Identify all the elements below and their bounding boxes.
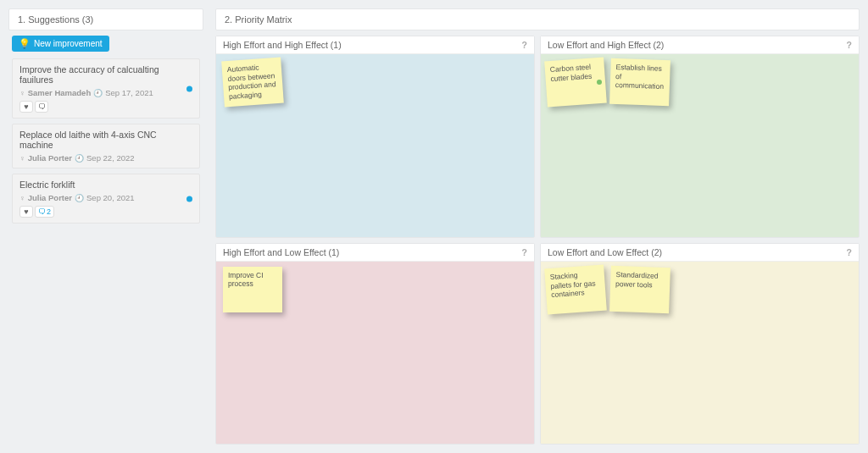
- clock-icon: 🕘: [75, 194, 84, 202]
- sticky-text: Standardized power tools: [615, 270, 659, 289]
- quadrant-low-effort-high-effect[interactable]: Low Effort and High Effect (2) ? Carbon …: [540, 36, 860, 238]
- matrix-title: 2. Priority Matrix: [225, 14, 292, 25]
- suggestion-author: Samer Hamadeh: [28, 88, 91, 97]
- suggestions-header: 1. Suggestions (3): [8, 8, 203, 30]
- clock-icon: 🕘: [93, 89, 103, 97]
- sticky-note[interactable]: Improve CI process: [223, 267, 282, 312]
- user-icon: ♀: [19, 89, 25, 97]
- unread-dot-icon: [186, 86, 192, 91]
- sticky-note[interactable]: Establish lines of communication: [609, 58, 670, 106]
- unread-dot-icon: [186, 196, 192, 202]
- heart-icon[interactable]: ♥: [19, 206, 33, 218]
- suggestion-card[interactable]: Electric forklift ♀ Julia Porter 🕘 Sep 2…: [12, 174, 200, 224]
- quadrant-label: Low Effort and High Effect (2): [548, 40, 664, 50]
- sticky-note[interactable]: Standardized power tools: [609, 265, 670, 312]
- quadrant-label: High Effort and High Effect (1): [223, 40, 342, 50]
- suggestions-title: 1. Suggestions (3): [18, 14, 93, 25]
- matrix-header: 2. Priority Matrix: [215, 8, 860, 30]
- priority-matrix-panel: 2. Priority Matrix High Effort and High …: [210, 0, 868, 453]
- help-icon[interactable]: ?: [522, 247, 527, 257]
- new-improvement-button[interactable]: 💡 New improvement: [12, 36, 109, 52]
- help-icon[interactable]: ?: [847, 247, 852, 257]
- help-icon[interactable]: ?: [847, 40, 852, 50]
- user-icon: ♀: [19, 194, 25, 202]
- sticky-note[interactable]: Stacking pallets for gas containers: [544, 264, 607, 314]
- quadrant-high-effort-high-effect[interactable]: High Effort and High Effect (1) ? Automa…: [215, 36, 535, 238]
- suggestion-card[interactable]: Replace old laithe with 4-axis CNC machi…: [12, 124, 200, 168]
- comment-icon[interactable]: 🗨: [35, 101, 48, 113]
- suggestion-meta: ♀ Julia Porter 🕘 Sep 22, 2022: [19, 153, 192, 163]
- suggestion-title: Replace old laithe with 4-axis CNC machi…: [19, 130, 192, 150]
- suggestion-date: Sep 20, 2021: [86, 193, 135, 202]
- quadrant-label: Low Effort and Low Effect (2): [548, 247, 662, 257]
- sticky-text: Stacking pallets for gas containers: [550, 270, 596, 298]
- heart-icon[interactable]: ♥: [19, 101, 33, 113]
- sticky-text: Automatic doors between production and p…: [227, 63, 276, 100]
- suggestion-date: Sep 22, 2022: [86, 153, 135, 163]
- comment-icon[interactable]: 🗨2: [35, 206, 54, 218]
- suggestions-panel: 1. Suggestions (3) 💡 New improvement Imp…: [0, 0, 210, 453]
- quadrant-body[interactable]: Improve CI process: [216, 262, 534, 445]
- suggestion-meta: ♀ Julia Porter 🕘 Sep 20, 2021: [19, 193, 192, 202]
- suggestion-author: Julia Porter: [28, 193, 72, 202]
- suggestion-card[interactable]: Improve the accuracy of calcualting faui…: [12, 58, 200, 119]
- status-dot-icon: [597, 80, 602, 85]
- suggestion-date: Sep 17, 2021: [105, 88, 153, 97]
- quadrant-label: High Effort and Low Effect (1): [223, 247, 339, 257]
- sticky-text: Improve CI process: [228, 271, 264, 289]
- suggestion-title: Electric forklift: [19, 180, 192, 190]
- quadrant-body[interactable]: Carbon steel cutter blades Establish lin…: [541, 54, 859, 237]
- quadrant-body[interactable]: Stacking pallets for gas containers Stan…: [541, 262, 859, 445]
- help-icon[interactable]: ?: [522, 40, 527, 50]
- quadrant-body[interactable]: Automatic doors between production and p…: [216, 54, 534, 237]
- suggestion-meta: ♀ Samer Hamadeh 🕘 Sep 17, 2021: [19, 88, 192, 97]
- sticky-note[interactable]: Automatic doors between production and p…: [221, 58, 284, 108]
- new-improvement-label: New improvement: [34, 39, 103, 48]
- user-icon: ♀: [19, 154, 25, 163]
- quadrant-low-effort-low-effect[interactable]: Low Effort and Low Effect (2) ? Stacking…: [540, 243, 860, 445]
- lightbulb-icon: 💡: [19, 39, 31, 48]
- suggestion-author: Julia Porter: [28, 153, 72, 163]
- sticky-text: Carbon steel cutter blades: [550, 63, 593, 83]
- clock-icon: 🕘: [75, 154, 84, 163]
- sticky-text: Establish lines of communication: [615, 63, 664, 91]
- quadrant-high-effort-low-effect[interactable]: High Effort and Low Effect (1) ? Improve…: [215, 243, 535, 445]
- suggestion-title: Improve the accuracy of calcualting faui…: [19, 64, 192, 85]
- comment-count: 2: [47, 207, 51, 216]
